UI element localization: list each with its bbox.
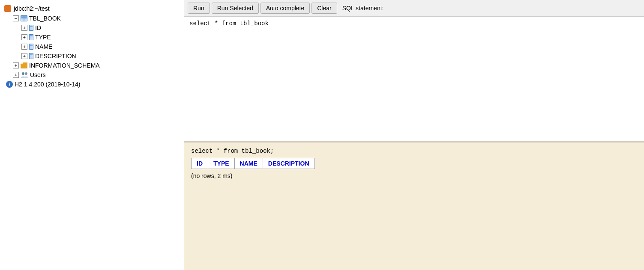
run-button[interactable]: Run bbox=[188, 3, 210, 14]
sidebar-item-col-type[interactable]: + TYPE bbox=[19, 33, 182, 42]
connection-item[interactable]: jdbc:h2:~/test bbox=[2, 3, 182, 14]
results-table: ID TYPE NAME DESCRIPTION bbox=[191, 158, 315, 169]
sidebar-item-col-name[interactable]: + NAME bbox=[19, 42, 182, 51]
expand-icon-name[interactable]: + bbox=[21, 44, 27, 50]
col-name-label: NAME bbox=[35, 43, 52, 50]
main-panel: Run Run Selected Auto complete Clear SQL… bbox=[184, 0, 644, 270]
sidebar-item-col-id[interactable]: + ID bbox=[19, 23, 182, 33]
expand-icon-type[interactable]: + bbox=[21, 34, 27, 40]
sidebar: jdbc:h2:~/test − TBL_BOOK + ID bbox=[0, 0, 184, 270]
toolbar: Run Run Selected Auto complete Clear SQL… bbox=[184, 0, 644, 17]
sidebar-item-tbl-book[interactable]: − TBL_BOOK bbox=[10, 14, 182, 23]
results-status: (no rows, 2 ms) bbox=[191, 172, 637, 179]
sql-editor[interactable] bbox=[184, 17, 644, 141]
col-header-type: TYPE bbox=[208, 158, 235, 169]
col-id-label: ID bbox=[35, 24, 41, 31]
info-icon: i bbox=[6, 81, 13, 88]
results-query-text: select * from tbl_book; bbox=[191, 148, 637, 154]
table-header-row: ID TYPE NAME DESCRIPTION bbox=[192, 158, 315, 169]
connection-label: jdbc:h2:~/test bbox=[14, 5, 50, 12]
tbl-book-label: TBL_BOOK bbox=[29, 15, 61, 22]
svg-point-17 bbox=[22, 72, 24, 75]
sidebar-item-users[interactable]: + Users bbox=[10, 70, 182, 80]
col-header-description: DESCRIPTION bbox=[263, 158, 315, 169]
svg-point-18 bbox=[25, 72, 27, 75]
folder-icon bbox=[21, 62, 27, 68]
sidebar-item-version: i H2 1.4.200 (2019-10-14) bbox=[3, 80, 182, 89]
expand-icon-schema[interactable]: + bbox=[13, 62, 19, 68]
col-type-label: TYPE bbox=[35, 34, 51, 41]
column-icon bbox=[29, 44, 33, 50]
sql-statement-label: SQL statement: bbox=[342, 5, 384, 12]
version-label: H2 1.4.200 (2019-10-14) bbox=[15, 81, 80, 88]
col-description-label: DESCRIPTION bbox=[35, 53, 76, 59]
table-icon bbox=[21, 15, 27, 21]
sidebar-item-information-schema[interactable]: + INFORMATION_SCHEMA bbox=[10, 61, 182, 70]
results-area: select * from tbl_book; ID TYPE NAME DES… bbox=[184, 142, 644, 270]
column-icon bbox=[29, 34, 33, 40]
expand-icon-description[interactable]: + bbox=[21, 53, 27, 59]
clear-button[interactable]: Clear bbox=[312, 3, 337, 14]
collapse-icon[interactable]: − bbox=[13, 15, 19, 21]
users-label: Users bbox=[30, 71, 46, 78]
information-schema-label: INFORMATION_SCHEMA bbox=[29, 62, 100, 69]
svg-rect-13 bbox=[30, 45, 33, 46]
sidebar-item-col-description[interactable]: + DESCRIPTION bbox=[19, 51, 182, 61]
col-header-name: NAME bbox=[234, 158, 263, 169]
column-icon bbox=[29, 53, 33, 59]
col-header-id: ID bbox=[192, 158, 208, 169]
users-icon bbox=[21, 72, 28, 78]
database-icon bbox=[4, 5, 11, 12]
svg-rect-16 bbox=[30, 54, 33, 55]
svg-rect-7 bbox=[30, 26, 33, 27]
expand-icon-users[interactable]: + bbox=[13, 72, 19, 78]
column-icon bbox=[29, 25, 33, 31]
auto-complete-button[interactable]: Auto complete bbox=[261, 3, 310, 14]
run-selected-button[interactable]: Run Selected bbox=[212, 3, 259, 14]
expand-icon-id[interactable]: + bbox=[21, 25, 27, 31]
svg-rect-10 bbox=[30, 35, 33, 36]
